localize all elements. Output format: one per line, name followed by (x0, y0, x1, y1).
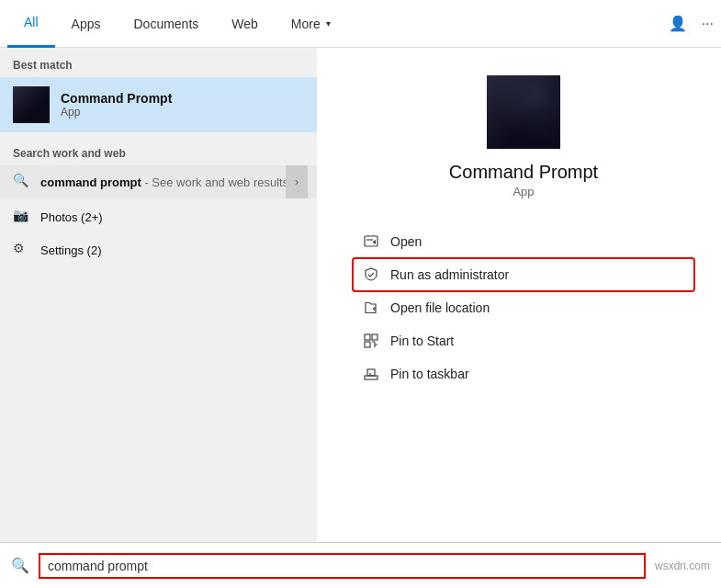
bottom-search-bar: 🔍 wsxdn.com (0, 542, 721, 588)
tab-all[interactable]: All (7, 0, 55, 48)
shield-icon (363, 266, 379, 283)
svg-rect-5 (367, 369, 375, 376)
settings-result[interactable]: ⚙ Settings (2) (0, 233, 317, 266)
right-panel: Command Prompt App Open (317, 48, 721, 542)
svg-rect-4 (365, 376, 377, 379)
action-open[interactable]: Open (354, 226, 693, 257)
nav-right-actions: 👤 ··· (669, 15, 714, 32)
app-preview-subtitle: App (513, 185, 534, 198)
action-open-location[interactable]: Open file location (354, 292, 693, 323)
search-work-web-label: Search work and web (0, 136, 317, 165)
search-icon: 🔍 (11, 557, 29, 574)
app-preview-title: Command Prompt (449, 162, 598, 183)
open-icon (363, 233, 379, 250)
brand-label: wsxdn.com (655, 560, 710, 572)
settings-label: Settings (2) (40, 243, 101, 257)
tab-documents[interactable]: Documents (117, 0, 215, 48)
best-match-item[interactable]: Command Prompt App (0, 77, 317, 132)
tab-web[interactable]: Web (215, 0, 275, 48)
action-list: Open Run as administrator (354, 226, 693, 390)
search-work-web-item[interactable]: 🔍 command prompt - See work and web resu… (0, 165, 317, 198)
photos-label: Photos (2+) (40, 210, 103, 224)
search-small-icon: 🔍 (13, 173, 31, 191)
pin-taskbar-icon (363, 366, 379, 382)
action-pin-start[interactable]: Pin to Start (354, 325, 693, 356)
app-preview-icon (487, 75, 560, 149)
best-match-text: Command Prompt App (61, 91, 172, 119)
action-pin-taskbar[interactable]: Pin to taskbar (354, 358, 693, 390)
person-icon[interactable]: 👤 (669, 15, 687, 32)
chevron-right-icon: › (286, 165, 308, 198)
best-match-subtitle: App (61, 106, 172, 119)
tab-more[interactable]: More ▾ (275, 0, 347, 48)
ellipsis-icon[interactable]: ··· (702, 16, 714, 32)
action-open-label: Open (390, 234, 422, 249)
best-match-title: Command Prompt (61, 91, 172, 106)
search-input[interactable] (39, 553, 646, 579)
tab-apps[interactable]: Apps (55, 0, 118, 48)
folder-icon (363, 300, 379, 316)
search-work-web-text: command prompt - See work and web result… (40, 175, 288, 189)
app-preview: Command Prompt App (354, 75, 693, 198)
chevron-down-icon: ▾ (326, 18, 331, 28)
left-panel: Best match Command Prompt App Search wor… (0, 48, 317, 542)
best-match-label: Best match (0, 48, 317, 77)
cmd-icon (13, 86, 50, 123)
svg-rect-2 (372, 334, 377, 340)
main-content: Best match Command Prompt App Search wor… (0, 48, 721, 542)
action-open-location-label: Open file location (390, 300, 490, 315)
top-nav: All Apps Documents Web More ▾ 👤 ··· (0, 0, 721, 48)
action-pin-start-label: Pin to Start (390, 334, 454, 348)
settings-icon: ⚙ (13, 241, 31, 259)
svg-rect-3 (365, 342, 370, 347)
photos-result[interactable]: 📷 Photos (2+) (0, 200, 317, 233)
pin-start-icon (363, 333, 379, 349)
action-run-admin-label: Run as administrator (390, 267, 509, 282)
svg-rect-1 (365, 334, 370, 340)
action-pin-taskbar-label: Pin to taskbar (390, 367, 469, 381)
action-run-admin[interactable]: Run as administrator (354, 259, 693, 290)
photos-icon: 📷 (13, 208, 31, 226)
